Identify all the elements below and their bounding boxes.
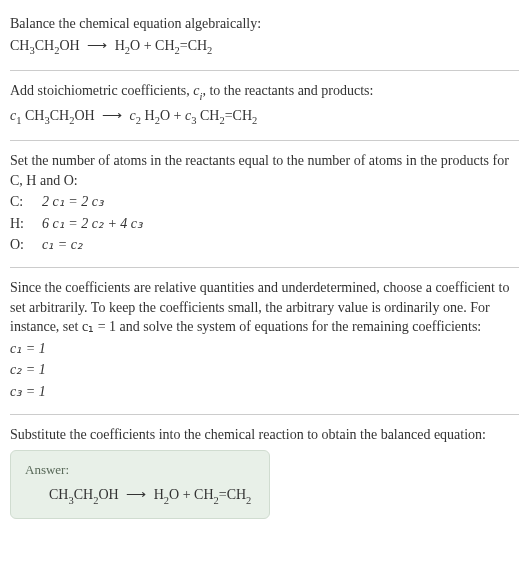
reactant-ethanol: CH3CH2OH [10, 38, 80, 53]
arrow-icon: ⟶ [102, 106, 122, 126]
divider [10, 414, 519, 415]
step3-text: Since the coefficients are relative quan… [10, 278, 519, 337]
atom-label: O: [10, 235, 30, 255]
atom-eq: 6 c₁ = 2 c₂ + 4 c₃ [42, 214, 143, 234]
step2-section: Set the number of atoms in the reactants… [10, 145, 519, 263]
result-c2: c₂ = 1 [10, 360, 519, 380]
coeff-equation: c1 CH3CH2OH ⟶ c2 H2O + c3 CH2=CH2 [10, 106, 519, 128]
intro-text: Balance the chemical equation algebraica… [10, 14, 519, 34]
atom-label: C: [10, 192, 30, 212]
balanced-equation: CH3CH2OH ⟶ H2O + CH2=CH2 [25, 485, 255, 507]
arrow-icon: ⟶ [87, 36, 107, 56]
reactant-ethanol: CH3CH2OH [49, 487, 119, 502]
atom-row-c: C: 2 c₁ = 2 c₃ [10, 192, 519, 212]
answer-label: Answer: [25, 461, 255, 479]
step4-section: Substitute the coefficients into the che… [10, 419, 519, 525]
arrow-icon: ⟶ [126, 485, 146, 505]
reactant-ethanol: CH3CH2OH [25, 108, 95, 123]
divider [10, 140, 519, 141]
atom-row-h: H: 6 c₁ = 2 c₂ + 4 c₃ [10, 214, 519, 234]
result-c1: c₁ = 1 [10, 339, 519, 359]
step3-section: Since the coefficients are relative quan… [10, 272, 519, 410]
step1-text: Add stoichiometric coefficients, ci, to … [10, 81, 519, 103]
product-water: H2O [115, 38, 141, 53]
intro-section: Balance the chemical equation algebraica… [10, 8, 519, 66]
atom-eq: 2 c₁ = 2 c₃ [42, 192, 104, 212]
divider [10, 70, 519, 71]
atom-label: H: [10, 214, 30, 234]
answer-box: Answer: CH3CH2OH ⟶ H2O + CH2=CH2 [10, 450, 270, 519]
product-water: H2O [154, 487, 180, 502]
atom-row-o: O: c₁ = c₂ [10, 235, 519, 255]
step2-text: Set the number of atoms in the reactants… [10, 151, 519, 190]
product-ethylene: CH2=CH2 [155, 38, 212, 53]
product-ethylene: CH2=CH2 [194, 487, 251, 502]
atom-eq: c₁ = c₂ [42, 235, 83, 255]
step1-section: Add stoichiometric coefficients, ci, to … [10, 75, 519, 136]
divider [10, 267, 519, 268]
step4-text: Substitute the coefficients into the che… [10, 425, 519, 445]
product-ethylene: CH2=CH2 [200, 108, 257, 123]
unbalanced-equation: CH3CH2OH ⟶ H2O + CH2=CH2 [10, 36, 519, 58]
product-water: H2O [145, 108, 171, 123]
result-c3: c₃ = 1 [10, 382, 519, 402]
